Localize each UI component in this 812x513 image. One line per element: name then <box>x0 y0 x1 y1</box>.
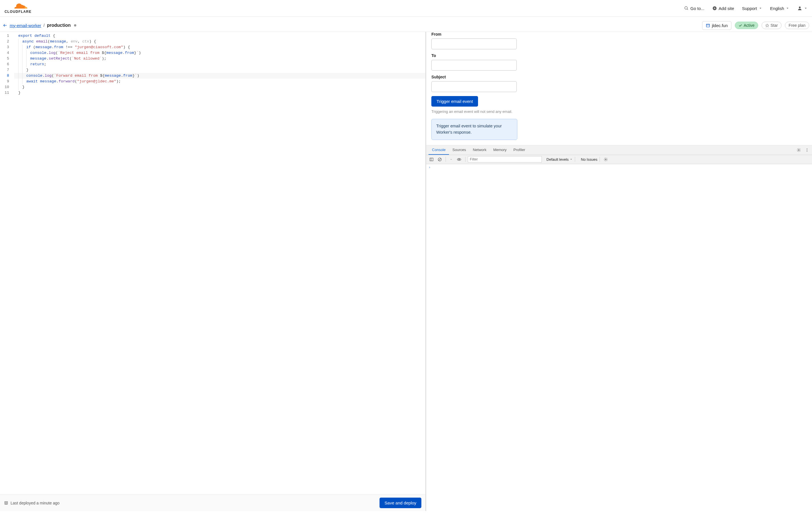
svg-point-1 <box>685 6 687 9</box>
svg-rect-8 <box>706 24 709 27</box>
goto-search[interactable]: Go to... <box>684 6 704 11</box>
breadcrumb-current: production <box>47 23 71 28</box>
breadcrumb-row: my-email-worker / production jldec.fun A… <box>0 17 812 32</box>
status-active-badge: Active <box>735 22 758 29</box>
context-dropdown-icon[interactable] <box>448 157 454 162</box>
chevron-down-icon <box>786 6 789 10</box>
support-label: Support <box>742 6 757 11</box>
line-gutter: 1234567891011 <box>0 32 14 494</box>
svg-point-15 <box>807 150 807 150</box>
window-icon <box>706 23 710 28</box>
star-icon <box>765 24 769 27</box>
svg-rect-17 <box>430 158 433 161</box>
svg-line-2 <box>687 9 688 10</box>
svg-text:CLOUDFLARE: CLOUDFLARE <box>5 10 32 14</box>
domain-tab[interactable]: jldec.fun <box>702 21 731 30</box>
trigger-hint: Triggering an email event will not send … <box>431 109 517 114</box>
devtools-panel: ConsoleSourcesNetworkMemoryProfiler <box>426 145 812 511</box>
subject-input[interactable] <box>431 81 517 92</box>
editor-footer: Last deployed a minute ago Save and depl… <box>0 494 425 511</box>
console-settings-icon[interactable] <box>602 157 609 162</box>
console-output[interactable]: › <box>426 164 812 511</box>
svg-rect-12 <box>5 503 7 504</box>
check-icon <box>738 24 742 27</box>
clear-console-icon[interactable] <box>436 157 443 162</box>
to-input[interactable] <box>431 60 517 71</box>
devtools-tabs: ConsoleSourcesNetworkMemoryProfiler <box>426 145 812 155</box>
toggle-sidebar-icon[interactable] <box>428 157 435 162</box>
svg-line-20 <box>439 158 441 160</box>
main-split: 1234567891011 export default {async emai… <box>0 32 812 511</box>
devtools-tab-console[interactable]: Console <box>429 145 449 155</box>
code-content[interactable]: export default {async email(message, env… <box>14 32 425 494</box>
svg-point-14 <box>807 148 807 149</box>
plus-circle-icon <box>712 6 717 10</box>
editor-pane: 1234567891011 export default {async emai… <box>0 32 426 511</box>
account-dropdown[interactable] <box>797 6 807 11</box>
trigger-email-button[interactable]: Trigger email event <box>431 96 478 107</box>
breadcrumb-worker-link[interactable]: my-email-worker <box>10 23 41 28</box>
subject-label: Subject <box>431 75 807 79</box>
svg-point-22 <box>459 159 460 160</box>
star-label: Star <box>771 23 778 28</box>
support-dropdown[interactable]: Support <box>742 6 762 11</box>
gear-icon[interactable] <box>796 148 801 152</box>
add-site-button[interactable]: Add site <box>712 6 734 11</box>
svg-point-16 <box>807 151 807 151</box>
email-trigger-form: From To Subject Trigger email event Trig… <box>426 32 812 145</box>
from-label: From <box>431 32 807 36</box>
language-label: English <box>770 6 784 11</box>
star-button[interactable]: Star <box>762 22 782 29</box>
devtools-tab-network[interactable]: Network <box>469 145 490 155</box>
goto-label: Go to... <box>690 6 704 11</box>
save-icon <box>4 501 8 505</box>
svg-point-6 <box>799 6 801 8</box>
unsaved-indicator-icon <box>74 24 76 27</box>
chevron-down-icon <box>804 6 807 10</box>
language-dropdown[interactable]: English <box>770 6 789 11</box>
svg-point-23 <box>605 159 606 160</box>
console-prompt-icon: › <box>429 165 431 169</box>
log-levels-dropdown[interactable]: Default levels <box>546 157 573 162</box>
svg-marker-10 <box>765 24 769 27</box>
to-label: To <box>431 53 807 58</box>
breadcrumb-separator: / <box>44 23 45 28</box>
from-input[interactable] <box>431 38 517 49</box>
devtools-tab-profiler[interactable]: Profiler <box>510 145 528 155</box>
domain-tab-label: jldec.fun <box>712 23 728 28</box>
devtools-tab-sources[interactable]: Sources <box>449 145 469 155</box>
kebab-icon[interactable] <box>805 148 809 152</box>
user-icon <box>797 6 802 11</box>
live-expression-icon[interactable] <box>455 156 463 163</box>
chevron-down-icon <box>759 6 762 10</box>
save-deploy-button[interactable]: Save and deploy <box>379 497 422 508</box>
trigger-info-box: Trigger email event to simulate your Wor… <box>431 119 517 140</box>
back-arrow-icon[interactable] <box>3 23 7 28</box>
log-levels-label: Default levels <box>546 157 569 162</box>
top-header: CLOUDFLARE Go to... Add site Support Eng… <box>0 0 812 17</box>
header-actions: Go to... Add site Support English <box>684 6 807 11</box>
chevron-down-icon <box>570 158 573 161</box>
plan-badge: Free plan <box>785 22 809 29</box>
status-active-label: Active <box>744 23 754 28</box>
right-pane: From To Subject Trigger email event Trig… <box>426 32 812 511</box>
last-deployed-text: Last deployed a minute ago <box>10 501 59 505</box>
issues-count[interactable]: No Issues <box>581 157 597 162</box>
code-editor[interactable]: 1234567891011 export default {async emai… <box>0 32 425 494</box>
cloudflare-logo[interactable]: CLOUDFLARE <box>5 3 37 14</box>
search-icon <box>684 6 689 10</box>
console-filter-input[interactable] <box>468 156 542 162</box>
devtools-toolbar: Default levels No Issues <box>426 155 812 164</box>
add-site-label: Add site <box>719 6 734 11</box>
devtools-tab-memory[interactable]: Memory <box>490 145 510 155</box>
svg-point-13 <box>798 149 800 151</box>
